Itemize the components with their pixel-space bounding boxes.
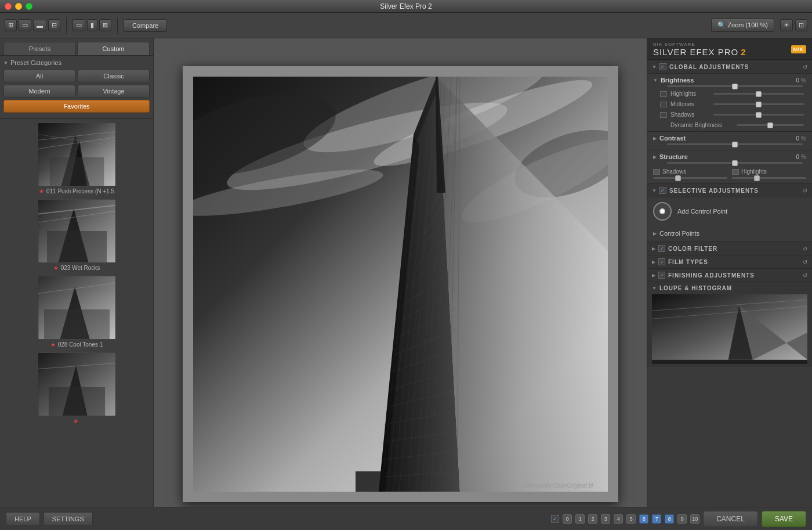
structure-shadows-thumb[interactable] <box>675 175 681 181</box>
list-item[interactable]: ★ 028 Cool Tones 1 <box>3 276 150 348</box>
toolbar-btn-1[interactable]: ⊞ <box>5 19 17 31</box>
highlights-thumb[interactable] <box>756 91 762 97</box>
shadows-label: Shadows <box>670 111 711 118</box>
badge-7[interactable]: 7 <box>652 514 661 524</box>
close-button[interactable] <box>5 3 12 10</box>
tab-custom[interactable]: Custom <box>77 42 150 55</box>
midtones-slider[interactable] <box>713 103 804 105</box>
toolbar-sun-icon[interactable]: ☀ <box>780 19 793 31</box>
structure-slider[interactable] <box>667 162 803 164</box>
cat-classic-btn[interactable]: Classic <box>78 70 150 82</box>
brightness-slider[interactable] <box>667 85 803 87</box>
badge-9[interactable]: 9 <box>677 514 687 524</box>
badge-10[interactable]: 10 <box>690 514 699 524</box>
midtones-thumb[interactable] <box>756 102 762 107</box>
structure-highlights-slider[interactable] <box>732 177 806 179</box>
list-item[interactable]: ★ <box>3 352 150 424</box>
shadows-check[interactable] <box>660 112 667 118</box>
badge-2[interactable]: 2 <box>588 514 597 524</box>
settings-button[interactable]: SETTINGS <box>44 512 93 526</box>
cat-all-btn[interactable]: All <box>3 70 75 82</box>
badge-1[interactable]: 1 <box>575 514 585 524</box>
brightness-row[interactable]: ▼ Brightness 0 % <box>647 74 812 85</box>
cancel-button[interactable]: CANCEL <box>703 511 758 527</box>
structure-shadows-check[interactable] <box>653 169 660 175</box>
nik-software-text: Nik Software <box>653 42 746 47</box>
save-button[interactable]: SAVE <box>762 511 806 527</box>
cat-modern-btn[interactable]: Modern <box>3 85 75 98</box>
svg-rect-18 <box>48 387 104 416</box>
brightness-slider-thumb[interactable] <box>732 84 738 89</box>
badge-8[interactable]: 8 <box>665 514 674 524</box>
badge-5[interactable]: 5 <box>626 514 636 524</box>
preset-list: ★ 011 Push Process (N +1.5 <box>0 119 153 509</box>
dynamic-brightness-slider[interactable] <box>737 124 804 126</box>
window-controls <box>5 3 32 10</box>
cat-vintage-btn[interactable]: Vintage <box>78 85 150 98</box>
toolbar-separator-2 <box>117 17 118 34</box>
structure-highlights-label: Highlights <box>741 168 767 175</box>
highlights-slider[interactable] <box>713 93 804 95</box>
add-control-point-label[interactable]: Add Control Point <box>677 208 727 215</box>
selective-adj-reset[interactable]: ↺ <box>803 188 807 194</box>
structure-shadows-slider[interactable] <box>653 177 727 179</box>
structure-highlights-thumb[interactable] <box>754 175 760 181</box>
toolbar-layout-2[interactable]: ▮ <box>87 19 97 31</box>
toolbar-btn-3[interactable]: ▬ <box>33 20 46 31</box>
midtones-check[interactable] <box>660 102 667 107</box>
minimize-button[interactable] <box>15 3 22 10</box>
film-types-reset[interactable]: ↺ <box>803 259 807 265</box>
categories-collapse-arrow[interactable]: ▼ <box>3 60 8 66</box>
badge-6[interactable]: 6 <box>639 514 648 524</box>
shadows-thumb[interactable] <box>756 112 762 118</box>
finishing-adj-check[interactable]: ✓ <box>658 272 665 279</box>
zoom-button[interactable]: 🔍 Zoom (100 %) <box>711 19 774 32</box>
toolbar-btn-4[interactable]: ⊟ <box>48 19 60 31</box>
tab-presets[interactable]: Presets <box>3 42 76 55</box>
global-adjustments-header[interactable]: ▼ ✓ GLOBAL ADJUSTMENTS ↺ <box>647 60 812 74</box>
badge-4[interactable]: 4 <box>614 514 623 524</box>
structure-sub-section: Shadows Highlights <box>647 166 812 183</box>
shadows-slider[interactable] <box>713 114 804 116</box>
dynamic-brightness-thumb[interactable] <box>767 122 773 128</box>
contrast-slider-thumb[interactable] <box>732 142 738 147</box>
toolbar-btn-2[interactable]: ▭ <box>19 19 31 31</box>
highlights-label: Highlights <box>670 91 711 97</box>
badge-3[interactable]: 3 <box>601 514 610 524</box>
structure-slider-thumb[interactable] <box>732 160 738 166</box>
loupe-histogram-section[interactable]: ▼ LOUPE & HISTOGRAM <box>647 282 812 367</box>
list-item[interactable]: ★ 011 Push Process (N +1.5 <box>3 122 150 194</box>
list-item[interactable]: ★ 023 Wet Rocks <box>3 199 150 271</box>
cat-favorites-btn[interactable]: Favorites <box>3 100 150 113</box>
selective-adj-header[interactable]: ▼ ✓ SELECTIVE ADJUSTMENTS ↺ <box>647 183 812 197</box>
finishing-adj-reset[interactable]: ↺ <box>803 272 807 279</box>
toolbar-layout-1[interactable]: ▭ <box>72 19 85 31</box>
toolbar-grid-icon[interactable]: ⊡ <box>795 19 807 31</box>
toolbar-layout-3[interactable]: ⊠ <box>99 19 111 31</box>
color-filter-check[interactable]: ✓ <box>658 245 665 252</box>
structure-highlights-check[interactable] <box>732 169 739 175</box>
maximize-button[interactable] <box>26 3 32 10</box>
contrast-row[interactable]: ▶ Contrast 0 % <box>647 132 812 143</box>
preset-name-3: 028 Cool Tones 1 <box>58 341 103 348</box>
highlights-check[interactable] <box>660 91 667 97</box>
color-filter-section[interactable]: ▶ ✓ COLOR FILTER ↺ <box>647 241 812 255</box>
selective-adj-check[interactable]: ✓ <box>659 187 666 194</box>
midtones-slider-row: Midtones <box>647 100 812 109</box>
badge-0[interactable]: 0 <box>563 514 572 524</box>
finishing-adj-section[interactable]: ▶ ✓ FINISHING ADJUSTMENTS ↺ <box>647 268 812 282</box>
star-icon-1: ★ <box>39 188 44 194</box>
structure-row[interactable]: ▶ Structure 0 % <box>647 150 812 162</box>
global-adj-check[interactable]: ✓ <box>659 63 666 70</box>
control-point-icon[interactable] <box>653 202 672 221</box>
help-button[interactable]: HELP <box>6 512 40 526</box>
contrast-slider[interactable] <box>667 143 803 145</box>
highlights-slider-row: Highlights <box>647 89 812 98</box>
global-adj-reset[interactable]: ↺ <box>803 64 807 70</box>
control-points-header[interactable]: ▶ Control Points <box>653 228 806 239</box>
film-types-section[interactable]: ▶ ✓ FILM TYPES ↺ <box>647 255 812 268</box>
bottom-num-check[interactable]: ✓ <box>551 515 559 523</box>
compare-button[interactable]: Compare <box>124 19 167 32</box>
film-types-check[interactable]: ✓ <box>658 258 665 265</box>
color-filter-reset[interactable]: ↺ <box>803 246 807 252</box>
